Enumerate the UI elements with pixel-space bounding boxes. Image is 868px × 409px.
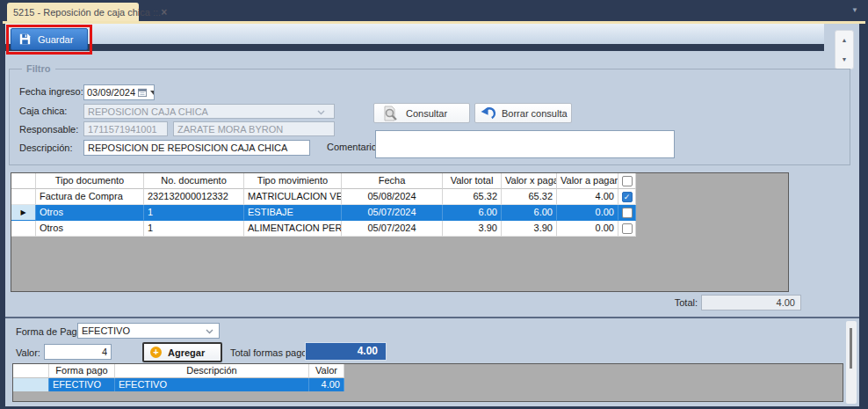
cell-valor-a-pagar[interactable]: 0.00: [557, 221, 618, 237]
row-filler: [344, 378, 843, 391]
agregar-button[interactable]: + Agregar: [142, 342, 222, 362]
tab-bar: 5215 - Reposición de caja chica ::. × ▼: [0, 0, 868, 21]
col-header-valor-total[interactable]: Valor total: [443, 173, 502, 189]
row-indicator[interactable]: [13, 378, 49, 391]
plus-icon: +: [150, 347, 162, 358]
valor-label: Valor:: [16, 347, 40, 358]
cell-fecha[interactable]: 05/08/2024: [342, 189, 443, 205]
save-button-label: Guardar: [38, 34, 73, 45]
valor-field[interactable]: [44, 344, 112, 360]
col-header-checkbox: [618, 173, 636, 189]
col-header-valor[interactable]: Valor: [309, 364, 344, 378]
valor-input[interactable]: [45, 345, 111, 359]
descripcion-label: Descripción:: [19, 142, 73, 153]
document-row[interactable]: Factura de Compra 232132000012332 MATRIC…: [11, 189, 788, 205]
scrollbar-thumb[interactable]: [850, 328, 852, 369]
row-checkbox[interactable]: [622, 208, 633, 218]
cell-fecha[interactable]: 05/07/2024: [342, 221, 443, 237]
undo-arrow-icon: [481, 106, 497, 121]
current-row-arrow-icon: ▶: [20, 208, 25, 216]
cell-no-documento[interactable]: 1: [144, 205, 244, 221]
toolbar: Guardar: [5, 24, 859, 51]
vertical-scrollbar[interactable]: [846, 321, 857, 404]
cell-forma-pago[interactable]: EFECTIVO: [49, 378, 115, 391]
cell-tipo-documento[interactable]: Otros: [36, 221, 144, 237]
cell-descripcion[interactable]: EFECTIVO: [115, 378, 309, 391]
forma-de-pago-combobox[interactable]: EFECTIVO: [77, 323, 220, 339]
row-filler: [636, 189, 788, 205]
cell-no-documento[interactable]: 232132000012332: [144, 189, 244, 205]
close-icon[interactable]: ×: [161, 8, 167, 17]
cell-checkbox: [618, 221, 636, 237]
borrar-consulta-button[interactable]: Borrar consulta: [474, 103, 572, 123]
col-header-no-documento[interactable]: No. documento: [144, 173, 244, 189]
fecha-ingreso-field[interactable]: 03/09/2024: [83, 84, 155, 100]
check-icon: ✓: [624, 193, 631, 201]
cell-tipo-movimiento[interactable]: ESTIBAJE: [244, 205, 342, 221]
scroll-up-button[interactable]: ▲: [835, 31, 853, 50]
cell-valor[interactable]: 4.00: [309, 378, 344, 391]
cell-checkbox: [618, 205, 636, 221]
col-header-forma-pago[interactable]: Forma pago: [49, 364, 115, 378]
save-button[interactable]: Guardar: [11, 28, 88, 50]
row-indicator[interactable]: [11, 189, 36, 205]
comentario-input[interactable]: [376, 131, 674, 157]
calendar-icon[interactable]: [138, 88, 147, 97]
fecha-ingreso-value[interactable]: 03/09/2024: [84, 87, 138, 98]
row-indicator[interactable]: [11, 221, 36, 237]
col-header-tipo-documento[interactable]: Tipo documento: [36, 173, 144, 189]
cell-tipo-documento[interactable]: Otros: [36, 205, 144, 221]
col-header-valor-a-pagar[interactable]: Valor a pagar: [557, 173, 618, 189]
cell-valor-total[interactable]: 65.32: [443, 189, 502, 205]
consultar-button[interactable]: Consultar: [373, 103, 470, 123]
vertical-scroll-buttons: ▲ ▼: [835, 30, 854, 69]
cell-valor-a-pagar[interactable]: 0.00: [557, 205, 618, 221]
documents-grid: Tipo documento No. documento Tipo movimi…: [11, 172, 789, 292]
select-all-checkbox[interactable]: [622, 176, 633, 186]
cell-fecha[interactable]: 05/07/2024: [342, 205, 443, 221]
cell-tipo-movimiento[interactable]: ALIMENTACION PERSONA...: [244, 221, 342, 237]
col-header-descripcion[interactable]: Descripción: [115, 364, 309, 378]
tab-reposicion-caja-chica[interactable]: 5215 - Reposición de caja chica ::. ×: [7, 3, 139, 21]
document-row[interactable]: Otros 1 ALIMENTACION PERSONA... 05/07/20…: [11, 221, 788, 237]
row-checkbox[interactable]: ✓: [622, 192, 633, 202]
col-header-fecha[interactable]: Fecha: [342, 173, 443, 189]
cell-valor-x-pagar[interactable]: 3.90: [502, 221, 557, 237]
cell-tipo-movimiento[interactable]: MATRICULACION VEHICUL...: [244, 189, 342, 205]
responsable-name-value: ZARATE MORA BYRON: [177, 124, 283, 135]
cell-valor-total[interactable]: 3.90: [443, 221, 502, 237]
documents-grid-header: Tipo documento No. documento Tipo movimi…: [11, 173, 788, 189]
cell-valor-x-pagar[interactable]: 6.00: [502, 205, 557, 221]
descripcion-input[interactable]: [84, 141, 309, 155]
document-row-selected[interactable]: ▶ Otros 1 ESTIBAJE 05/07/2024 6.00 6.00 …: [11, 205, 788, 221]
search-document-icon: [382, 106, 398, 121]
scroll-down-button[interactable]: ▼: [835, 50, 853, 69]
row-indicator[interactable]: ▶: [11, 205, 36, 221]
payment-row-selected[interactable]: EFECTIVO EFECTIVO 4.00: [13, 378, 843, 391]
date-dropdown-chevron-icon[interactable]: [150, 91, 155, 95]
agregar-button-label: Agregar: [168, 347, 205, 358]
cell-valor-a-pagar[interactable]: 4.00: [557, 189, 618, 205]
grid-header-filler: [344, 364, 843, 378]
tab-list-chevron-icon[interactable]: ▼: [849, 6, 861, 14]
grid-header-filler: [636, 173, 788, 189]
responsable-id-field: 1711571941001: [83, 121, 168, 136]
caja-chica-label: Caja chica:: [19, 106, 67, 116]
descripcion-field[interactable]: [83, 140, 310, 156]
cell-valor-x-pagar[interactable]: 65.32: [502, 189, 557, 205]
col-header-tipo-movimiento[interactable]: Tipo movimiento: [244, 173, 342, 189]
consultar-button-label: Consultar: [406, 108, 447, 119]
up-arrow-icon: ▲: [842, 37, 848, 43]
caja-chica-combobox: REPOSICION CAJA CHICA: [83, 104, 335, 119]
fecha-ingreso-label: Fecha ingreso:: [19, 86, 83, 97]
cell-no-documento[interactable]: 1: [144, 221, 244, 237]
row-filler: [636, 205, 788, 221]
chevron-down-icon[interactable]: [206, 325, 213, 336]
filter-groupbox-legend: Filtro: [22, 63, 55, 74]
cell-tipo-documento[interactable]: Factura de Compra: [36, 189, 144, 205]
col-header-valor-x-pagar[interactable]: Valor x pagar: [502, 173, 557, 189]
row-checkbox[interactable]: [622, 223, 633, 234]
cell-valor-total[interactable]: 6.00: [443, 205, 502, 221]
payment-panel: Forma de Pago: EFECTIVO Valor: + Agregar…: [5, 317, 859, 406]
comentario-field[interactable]: [375, 130, 675, 158]
